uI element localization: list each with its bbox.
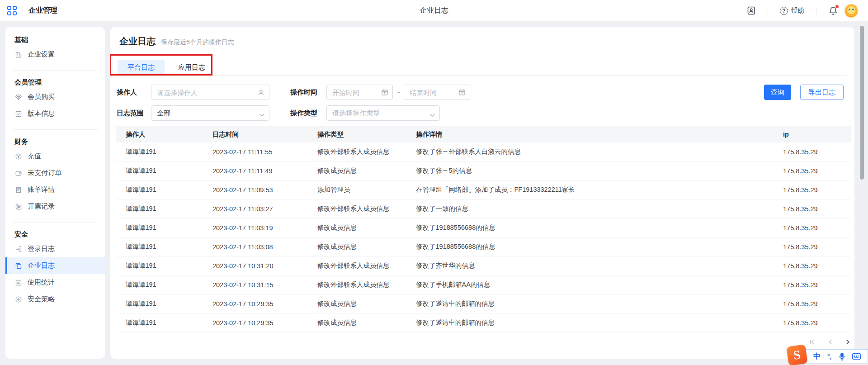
sidebar-item-会员购买[interactable]: 会员购买 bbox=[5, 89, 105, 105]
start-date-picker[interactable] bbox=[326, 85, 393, 100]
sidebar-item-登录日志[interactable]: 登录日志 bbox=[5, 241, 105, 257]
table-cell: 2023-02-17 11:09:53 bbox=[212, 186, 317, 194]
tab-应用日志[interactable]: 应用日志 bbox=[168, 60, 215, 75]
operator-label: 操作人 bbox=[117, 88, 151, 97]
ime-toolbar: 中 °, bbox=[797, 349, 868, 363]
next-page-button[interactable] bbox=[844, 338, 852, 346]
table-cell: 175.8.35.29 bbox=[783, 281, 851, 289]
table-cell: 修改外部联系人成员信息 bbox=[317, 147, 416, 156]
page-center-title: 企业日志 bbox=[0, 6, 868, 15]
table-cell: 175.8.35.29 bbox=[783, 205, 851, 213]
scope-label: 日志范围 bbox=[117, 109, 151, 118]
version-doc-icon bbox=[14, 110, 22, 118]
column-header-日志时间: 日志时间 bbox=[212, 130, 317, 139]
keyboard-icon[interactable] bbox=[852, 353, 861, 360]
sidebar-item-label: 安全策略 bbox=[28, 295, 55, 303]
divider bbox=[23, 7, 23, 14]
tab-平台日志[interactable]: 平台日志 bbox=[118, 60, 165, 75]
table-cell: 修改成员信息 bbox=[317, 299, 416, 308]
help-button[interactable]: ? 帮助 bbox=[780, 6, 804, 15]
sidebar-item-label: 企业设置 bbox=[28, 50, 55, 59]
table-cell: 谭谭谭191 bbox=[116, 242, 212, 251]
table-cell: 175.8.35.29 bbox=[783, 224, 851, 232]
bell-icon[interactable] bbox=[828, 6, 838, 16]
end-date-picker[interactable] bbox=[404, 85, 470, 100]
time-label: 操作时间 bbox=[290, 88, 326, 97]
filter-buttons: 查询 导出日志 bbox=[764, 85, 844, 100]
ime-lang-toggle[interactable]: 中 bbox=[813, 353, 821, 360]
sidebar-item-账单详情[interactable]: 账单详情 bbox=[5, 181, 105, 198]
sidebar-item-未支付订单[interactable]: 未支付订单 bbox=[5, 165, 105, 181]
sidebar-item-开票记录[interactable]: 开票记录 bbox=[5, 198, 105, 215]
filter-row-2: 日志范围 全部 操作类型 请选择操作类型 bbox=[117, 105, 847, 121]
log-copy-icon bbox=[14, 262, 22, 270]
table-row: 谭谭谭1912023-02-17 10:31:20修改外部联系人成员信息修改了齐… bbox=[116, 256, 851, 275]
help-icon: ? bbox=[780, 7, 788, 15]
apps-grid-icon[interactable] bbox=[7, 6, 17, 16]
table-cell: 修改了19188556688的信息 bbox=[416, 242, 783, 251]
sidebar-divider bbox=[13, 222, 98, 223]
table-cell: 谭谭谭191 bbox=[116, 261, 212, 270]
type-select[interactable]: 请选择操作类型 bbox=[326, 105, 440, 121]
sidebar-section-title: 财务 bbox=[5, 137, 105, 146]
contact-book-icon[interactable] bbox=[746, 6, 756, 16]
end-date-input[interactable] bbox=[404, 85, 470, 100]
scrollbar-thumb[interactable] bbox=[860, 26, 864, 180]
table-cell: 修改外部联系人成员信息 bbox=[317, 261, 416, 270]
table-cell: 2023-02-17 10:29:35 bbox=[212, 300, 317, 308]
column-header-ip: ip bbox=[783, 131, 851, 138]
topbar-right: ? 帮助 bbox=[746, 4, 868, 18]
stats-icon bbox=[14, 279, 22, 286]
operator-select[interactable] bbox=[151, 85, 269, 100]
topbar-left: 企业管理 bbox=[0, 6, 57, 16]
table-cell: 修改外部联系人成员信息 bbox=[317, 280, 416, 289]
search-button[interactable]: 查询 bbox=[764, 85, 791, 100]
table-cell: 2023-02-17 11:03:19 bbox=[212, 224, 317, 232]
table-cell: 修改成员信息 bbox=[317, 318, 416, 327]
scope-value: 全部 bbox=[151, 109, 170, 118]
table-cell: 175.8.35.29 bbox=[783, 319, 851, 327]
sidebar: 基础企业设置会员管理会员购买版本信息财务充值未支付订单账单详情开票记录安全登录日… bbox=[5, 27, 105, 359]
sidebar-item-企业设置[interactable]: 企业设置 bbox=[5, 46, 105, 63]
sidebar-item-安全策略[interactable]: 安全策略 bbox=[5, 291, 105, 308]
operator-input[interactable] bbox=[151, 85, 269, 100]
table-cell: 谭谭谭191 bbox=[116, 318, 212, 327]
table-cell: 修改了张三5的信息 bbox=[416, 166, 783, 175]
chevron-down-icon bbox=[429, 111, 435, 119]
column-header-操作详情: 操作详情 bbox=[416, 130, 783, 139]
page-title: 企业日志 bbox=[119, 35, 156, 47]
table-cell: 175.8.35.29 bbox=[783, 262, 851, 270]
ime-punctuation-toggle[interactable]: °, bbox=[827, 353, 832, 360]
scope-select[interactable]: 全部 bbox=[151, 105, 269, 121]
table-cell: 修改成员信息 bbox=[317, 166, 416, 175]
divider bbox=[768, 7, 768, 14]
table-cell: 2023-02-17 10:31:20 bbox=[212, 262, 317, 270]
table-cell: 2023-02-17 10:31:15 bbox=[212, 281, 317, 289]
prev-page-button[interactable] bbox=[826, 338, 834, 346]
table-row: 谭谭谭1912023-02-17 10:31:15修改外部联系人成员信息修改了手… bbox=[116, 275, 851, 294]
filter-form: 操作人 操作时间 ~ bbox=[117, 85, 847, 121]
microphone-icon[interactable] bbox=[839, 352, 845, 360]
table-cell: 修改了齐世华的信息 bbox=[416, 261, 783, 270]
main-panel: 企业日志 保存最近6个月的操作日志 平台日志应用日志 操作人 操作时间 bbox=[110, 27, 854, 359]
table-cell: 修改了邀请中的邮箱的信息 bbox=[416, 299, 783, 308]
sidebar-section-title: 会员管理 bbox=[5, 78, 105, 87]
sidebar-item-版本信息[interactable]: 版本信息 bbox=[5, 105, 105, 122]
table-cell: 修改了一致的信息 bbox=[416, 204, 783, 213]
table-cell: 2023-02-17 10:29:35 bbox=[212, 319, 317, 327]
table-row: 谭谭谭1912023-02-17 10:29:35修改成员信息修改了邀请中的邮箱… bbox=[116, 294, 851, 313]
sidebar-item-使用统计[interactable]: 使用统计 bbox=[5, 274, 105, 291]
avatar[interactable] bbox=[844, 4, 858, 18]
building-icon bbox=[14, 51, 22, 58]
column-header-操作人: 操作人 bbox=[116, 130, 212, 139]
table-row: 谭谭谭1912023-02-17 11:11:49修改成员信息修改了张三5的信息… bbox=[116, 161, 851, 180]
first-page-button[interactable] bbox=[808, 338, 816, 346]
export-logs-button[interactable]: 导出日志 bbox=[800, 85, 844, 100]
sogou-logo[interactable]: S bbox=[786, 344, 807, 365]
table-row: 谭谭谭1912023-02-17 10:29:35修改成员信息修改了邀请中的邮箱… bbox=[116, 313, 851, 332]
start-date-input[interactable] bbox=[327, 85, 392, 100]
table-cell: 175.8.35.29 bbox=[783, 186, 851, 194]
sidebar-divider bbox=[13, 129, 98, 130]
sidebar-item-充值[interactable]: 充值 bbox=[5, 148, 105, 165]
sidebar-item-企业日志[interactable]: 企业日志 bbox=[5, 257, 105, 274]
